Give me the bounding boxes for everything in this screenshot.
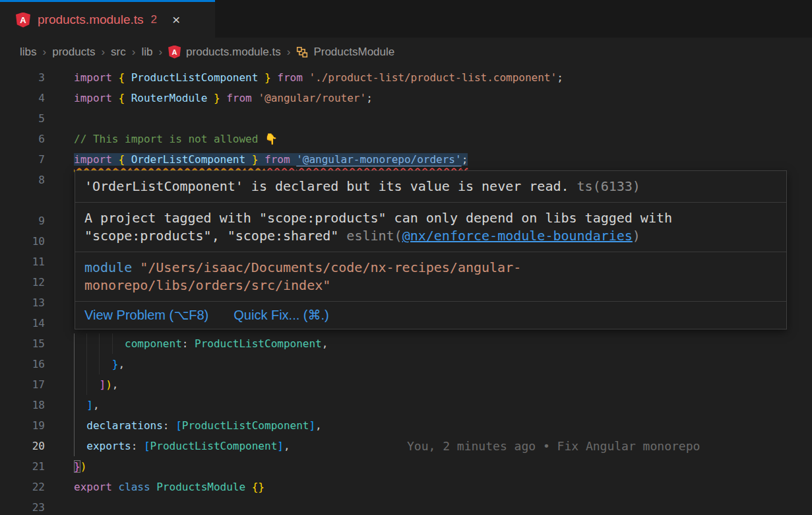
code-line[interactable]: 22export class ProductsModule {} bbox=[0, 477, 812, 497]
code-token: , bbox=[93, 399, 100, 411]
code-token: ProductListComponent bbox=[182, 419, 309, 432]
line-number: 4 bbox=[0, 88, 45, 108]
breadcrumb-item-libs[interactable]: libs bbox=[20, 46, 37, 59]
line-number: 6 bbox=[0, 129, 45, 149]
line-number: 5 bbox=[0, 108, 45, 129]
diagnostic-ts-message: 'OrderListComponent' is declared but its… bbox=[84, 178, 569, 194]
eslint-rule-link[interactable]: @nx/enforce-module-boundaries bbox=[402, 228, 633, 244]
code-token bbox=[74, 358, 112, 370]
code-text bbox=[45, 231, 74, 252]
code-token: [ bbox=[175, 419, 182, 432]
code-text bbox=[45, 108, 74, 129]
code-line[interactable]: 16 }, bbox=[0, 354, 812, 374]
view-problem-link[interactable]: View Problem (⌥F8) bbox=[84, 306, 208, 324]
indent-guide bbox=[74, 354, 75, 374]
breadcrumb-label: products.module.ts bbox=[186, 46, 281, 59]
code-text: ]), bbox=[45, 374, 118, 395]
code-text bbox=[45, 252, 74, 272]
code-line[interactable]: 5 bbox=[0, 108, 812, 129]
code-token: {} bbox=[252, 481, 265, 493]
warning-squiggle-range: import { OrderListComponent } bbox=[74, 153, 265, 166]
code-token: ) bbox=[80, 460, 87, 473]
code-text: ], bbox=[45, 395, 100, 415]
breadcrumb-item-products[interactable]: products bbox=[52, 46, 95, 59]
code-token: import bbox=[74, 92, 118, 104]
code-text: }) bbox=[45, 456, 86, 477]
code-line[interactable]: 20 exports: [ProductListComponent],You, … bbox=[0, 436, 812, 456]
tab-products-module[interactable]: A products.module.ts 2 × bbox=[0, 0, 215, 38]
code-line[interactable]: 3import { ProductListComponent } from '.… bbox=[0, 67, 812, 88]
indent-guide bbox=[74, 436, 75, 456]
code-token: ; bbox=[366, 92, 373, 104]
close-icon[interactable]: × bbox=[172, 12, 180, 28]
code-line[interactable]: 4import { RouterModule } from '@angular/… bbox=[0, 88, 812, 108]
indent-guide bbox=[74, 395, 75, 415]
indent-guide bbox=[74, 374, 75, 395]
code-line[interactable]: 6// This import is not allowed 👇 bbox=[0, 129, 812, 149]
line-number: 17 bbox=[0, 374, 45, 395]
code-token: : bbox=[163, 419, 175, 432]
breadcrumb-label: libs bbox=[20, 46, 37, 59]
indent-guide bbox=[86, 374, 87, 395]
quick-fix-link[interactable]: Quick Fix... (⌘.) bbox=[234, 306, 328, 324]
line-number: 22 bbox=[0, 477, 45, 497]
code-token: ) bbox=[106, 378, 112, 391]
code-token: } bbox=[207, 92, 226, 104]
indent-guide bbox=[86, 354, 87, 374]
pointing-down-emoji: 👇 bbox=[265, 133, 278, 145]
code-line[interactable]: 17 ]), bbox=[0, 374, 812, 395]
indent-guide bbox=[74, 333, 75, 354]
angular-icon: A bbox=[168, 46, 181, 59]
indent-guide bbox=[74, 415, 75, 436]
code-text: import { ProductListComponent } from './… bbox=[45, 67, 563, 88]
breadcrumb-item-productsmodule[interactable]: ProductsModule bbox=[296, 46, 394, 59]
code-token: } bbox=[74, 460, 80, 473]
code-token: ] bbox=[309, 419, 315, 432]
code-token: from bbox=[226, 92, 258, 104]
code-token: , bbox=[315, 419, 322, 432]
line-number: 21 bbox=[0, 456, 45, 477]
code-token: from bbox=[277, 71, 309, 84]
code-token: ProductListComponent bbox=[150, 440, 278, 452]
tab-bar: A products.module.ts 2 × bbox=[0, 0, 812, 38]
code-line[interactable]: 15 component: ProductListComponent, bbox=[0, 333, 812, 354]
breadcrumb-separator: › bbox=[132, 46, 136, 59]
code-line[interactable]: 23 bbox=[0, 497, 812, 515]
code-line[interactable]: 18 ], bbox=[0, 395, 812, 415]
indent-guide bbox=[99, 333, 100, 354]
code-text bbox=[45, 313, 74, 333]
breadcrumb-separator: › bbox=[158, 46, 162, 59]
line-number: 19 bbox=[0, 415, 45, 436]
code-token: } bbox=[258, 71, 277, 84]
breadcrumb-separator: › bbox=[287, 46, 291, 59]
code-token bbox=[245, 481, 252, 493]
line-number: 15 bbox=[0, 333, 45, 354]
code-text: component: ProductListComponent, bbox=[45, 333, 328, 354]
code-token: exports bbox=[86, 440, 131, 452]
code-line[interactable]: 19 declarations: [ProductListComponent], bbox=[0, 415, 812, 436]
code-text: declarations: [ProductListComponent], bbox=[45, 415, 322, 436]
code-token: './product-list/product-list.component' bbox=[309, 71, 557, 84]
breadcrumb-item-products-module-ts[interactable]: Aproducts.module.ts bbox=[168, 46, 281, 59]
breadcrumb-item-src[interactable]: src bbox=[111, 46, 126, 59]
code-token: ProductListComponent bbox=[195, 337, 322, 350]
error-squiggle-range: import { OrderListComponent } from '@ang… bbox=[74, 153, 468, 166]
code-text bbox=[45, 497, 74, 515]
git-blame-annotation: You, 2 minutes ago • Fix Angular monorep… bbox=[407, 436, 700, 456]
line-number: 9 bbox=[0, 211, 45, 231]
code-text: export class ProductsModule {} bbox=[45, 477, 265, 497]
code-text: // This import is not allowed 👇 bbox=[45, 129, 278, 149]
code-token: ProductListComponent bbox=[131, 71, 259, 84]
code-token: export bbox=[74, 481, 118, 493]
line-number: 16 bbox=[0, 354, 45, 374]
code-text bbox=[45, 170, 74, 211]
code-token: from bbox=[265, 153, 296, 166]
code-line[interactable]: 21}) bbox=[0, 456, 812, 477]
module-path: "/Users/isaac/Documents/code/nx-recipes/… bbox=[84, 259, 521, 293]
diagnostic-eslint-section: A project tagged with "scope:products" c… bbox=[75, 203, 786, 252]
code-token: { bbox=[118, 71, 131, 84]
breadcrumb-item-lib[interactable]: lib bbox=[141, 46, 152, 59]
code-line[interactable]: 7import { OrderListComponent } from '@an… bbox=[0, 149, 812, 170]
breadcrumb-label: src bbox=[111, 46, 126, 59]
code-token: { bbox=[118, 153, 131, 166]
